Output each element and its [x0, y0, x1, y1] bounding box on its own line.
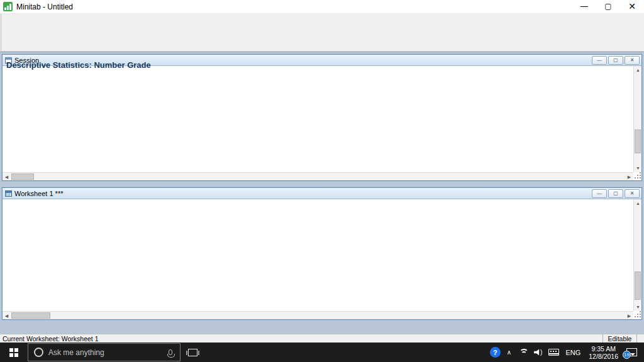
session-window: Session — ▢ ✕ Descriptive Statistics: Nu… [2, 54, 642, 181]
worksheet-window-icon [5, 190, 12, 197]
minimized-windows-row [3, 321, 641, 335]
worksheet-maximize-button[interactable]: ▢ [608, 189, 623, 198]
session-minimize-button[interactable]: — [592, 56, 607, 65]
maximize-button[interactable]: ▢ [596, 0, 620, 14]
session-close-button[interactable]: ✕ [625, 56, 640, 65]
scroll-thumb[interactable] [635, 129, 641, 153]
wifi-button[interactable] [514, 343, 531, 362]
action-center-button[interactable]: 19 [623, 343, 644, 362]
language-indicator[interactable]: ENG [562, 343, 584, 362]
session-vscrollbar[interactable]: ▲ ▼ [633, 66, 641, 172]
minitab-logo-icon [3, 2, 13, 11]
mdi-area: Session — ▢ ✕ Descriptive Statistics: Nu… [0, 52, 644, 334]
clock[interactable]: 9:35 AM 12/8/2016 [584, 343, 623, 362]
help-tray-button[interactable]: ? [487, 343, 504, 362]
task-view-icon [188, 349, 197, 356]
resize-grip[interactable] [633, 311, 641, 319]
scroll-right-arrow[interactable]: ▶ [625, 173, 633, 181]
start-button[interactable] [0, 343, 28, 362]
current-worksheet-status: Current Worksheet: Worksheet 1 [0, 335, 99, 343]
close-button[interactable]: ✕ [620, 0, 644, 14]
scroll-up-arrow[interactable]: ▲ [634, 66, 642, 74]
worksheet-title: Worksheet 1 *** [14, 190, 63, 197]
touch-keyboard-button[interactable] [545, 343, 562, 362]
editable-status: Editable [602, 334, 636, 343]
tray-overflow-button[interactable]: ∧ [504, 343, 514, 362]
app-title: Minitab - Untitled [16, 3, 73, 11]
toolbar-standard [0, 26, 644, 38]
session-hscrollbar[interactable]: ◀ ▶ [3, 172, 633, 180]
toolbar-graph-editing [0, 38, 644, 52]
worksheet-hscrollbar[interactable]: ◀ ▶ [3, 311, 633, 319]
session-maximize-button[interactable]: ▢ [608, 56, 623, 65]
session-heading: Descriptive Statistics: Number Grade [6, 60, 151, 70]
scroll-down-arrow[interactable]: ▼ [634, 164, 642, 172]
app-titlebar: Minitab - Untitled — ▢ ✕ [0, 0, 644, 14]
minimize-button[interactable]: — [572, 0, 596, 14]
scroll-right-arrow[interactable]: ▶ [625, 312, 633, 320]
help-icon: ? [490, 347, 501, 358]
worksheet-minimize-button[interactable]: — [592, 189, 607, 198]
date: 12/8/2016 [589, 353, 618, 360]
cortana-search-box[interactable]: Ask me anything [28, 343, 180, 361]
task-view-button[interactable] [183, 343, 202, 362]
worksheet-vscrollbar[interactable]: ▲ ▼ [633, 199, 641, 311]
scroll-up-arrow[interactable]: ▲ [634, 199, 642, 207]
windows-taskbar: Ask me anything ? ∧ ) ENG 9:35 AM 12/8/2… [0, 343, 644, 362]
scroll-left-arrow[interactable]: ◀ [3, 312, 11, 320]
speaker-wave-icon: ) [540, 349, 542, 356]
scroll-thumb[interactable] [11, 173, 34, 180]
worksheet-close-button[interactable]: ✕ [625, 189, 640, 198]
cortana-icon [34, 348, 43, 357]
resize-grip[interactable] [633, 172, 641, 180]
worksheet-grid [3, 199, 633, 311]
notification-badge: 19 [623, 351, 631, 359]
search-placeholder: Ask me anything [48, 348, 169, 357]
microphone-icon[interactable] [169, 349, 172, 355]
notification-icon: 19 [626, 348, 637, 356]
worksheet-titlebar[interactable]: Worksheet 1 *** — ▢ ✕ [3, 188, 641, 199]
scroll-thumb[interactable] [11, 312, 50, 319]
menu-bar [0, 14, 644, 26]
scroll-down-arrow[interactable]: ▼ [634, 303, 642, 311]
scroll-left-arrow[interactable]: ◀ [3, 173, 11, 181]
status-bar: Current Worksheet: Worksheet 1 Editable [0, 334, 644, 343]
windows-logo-icon [9, 348, 13, 352]
wifi-icon [518, 349, 528, 356]
screen: Minitab - Untitled — ▢ ✕ Session — ▢ ✕ D… [0, 0, 644, 362]
volume-button[interactable]: ) [531, 343, 545, 362]
keyboard-icon [548, 349, 559, 356]
worksheet-window: Worksheet 1 *** — ▢ ✕ ▲ ▼ ◀ ▶ [2, 187, 642, 320]
status-end-cell [636, 334, 644, 343]
time: 9:35 AM [591, 345, 616, 353]
scroll-thumb[interactable] [635, 272, 641, 300]
system-tray: ? ∧ ) ENG 9:35 AM 12/8/2016 19 [487, 343, 644, 362]
